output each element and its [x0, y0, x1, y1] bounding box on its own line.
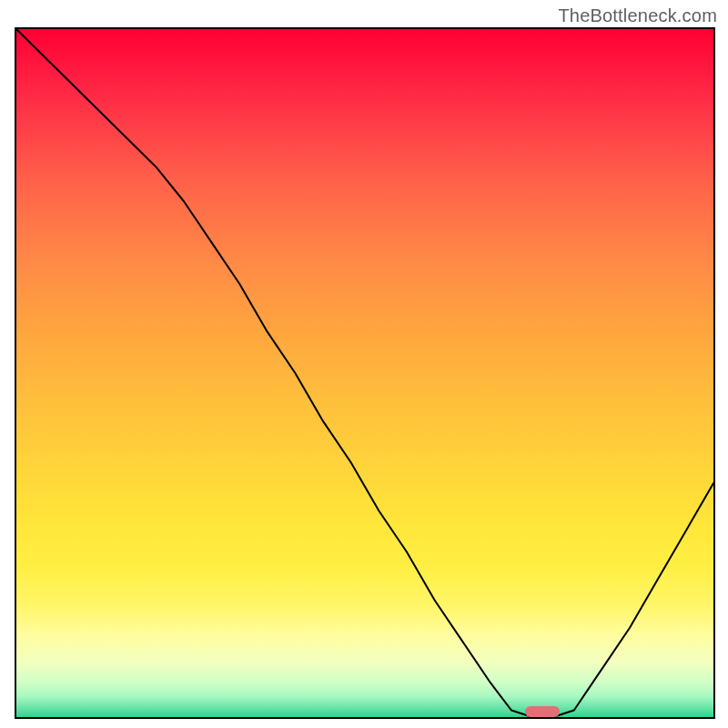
watermark-text: TheBottleneck.com [558, 5, 717, 26]
chart-frame [15, 27, 715, 719]
chart-background-gradient [16, 29, 713, 717]
